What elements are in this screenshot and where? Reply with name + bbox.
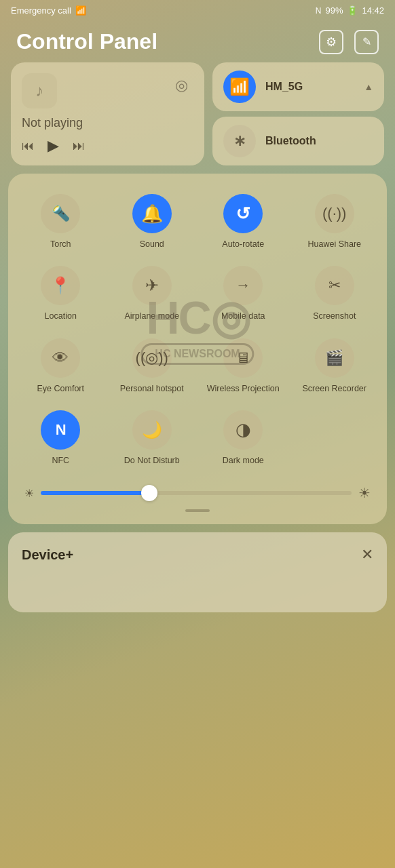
wifi-card[interactable]: 📶 HM_5G ▲ bbox=[212, 62, 384, 111]
bluetooth-icon: ∗ bbox=[233, 132, 246, 150]
torch-control[interactable]: 🔦 Torch bbox=[15, 187, 107, 256]
location-label: Location bbox=[45, 311, 77, 321]
nfc-control[interactable]: N NFC bbox=[15, 403, 107, 473]
location-icon: 📍 bbox=[50, 276, 71, 295]
bluetooth-icon-circle: ∗ bbox=[223, 125, 256, 157]
screen-recorder-label: Screen Recorder bbox=[303, 383, 367, 394]
mobile-data-icon: → bbox=[236, 277, 250, 294]
sound-icon-circle: 🔔 bbox=[132, 194, 172, 233]
brightness-thumb[interactable] bbox=[141, 485, 157, 501]
dnd-icon-circle: 🌙 bbox=[132, 410, 172, 450]
drag-bar bbox=[185, 509, 210, 512]
nfc-label: NFC bbox=[52, 455, 69, 466]
wifi-icon: 📶 bbox=[229, 77, 250, 96]
wifi-arrow-icon: ▲ bbox=[364, 81, 373, 92]
screenshot-icon: ✂ bbox=[328, 277, 341, 294]
huawei-share-label: Huawei Share bbox=[307, 239, 361, 250]
empty-slot bbox=[289, 403, 381, 473]
eye-comfort-control[interactable]: 👁 Eye Comfort bbox=[15, 332, 107, 401]
music-card-top: ♪ ◎ bbox=[22, 73, 193, 108]
screenshot-control[interactable]: ✂ Screenshot bbox=[289, 259, 381, 328]
top-cards-row: ♪ ◎ Not playing ⏮ ▶ ⏭ 📶 HM_5G ▲ ∗ Bl bbox=[0, 62, 395, 165]
screen-recorder-icon-circle: 🎬 bbox=[315, 338, 354, 378]
prev-button[interactable]: ⏮ bbox=[22, 139, 34, 153]
mobile-data-icon-circle: → bbox=[223, 266, 263, 305]
brightness-fill bbox=[41, 491, 149, 495]
music-wave-icon: ◎ bbox=[169, 73, 193, 98]
edit-icon: ✎ bbox=[362, 35, 371, 48]
brightness-min-icon: ☀ bbox=[24, 487, 34, 500]
page-title: Control Panel bbox=[16, 29, 157, 54]
screen-recorder-icon: 🎬 bbox=[325, 349, 343, 367]
wireless-projection-control[interactable]: 🖥 Wireless Projection bbox=[198, 332, 289, 401]
battery-text: 99% bbox=[325, 5, 343, 16]
airplane-mode-label: Airplane mode bbox=[124, 311, 179, 321]
dark-mode-icon: ◑ bbox=[236, 419, 251, 440]
dark-mode-icon-circle: ◑ bbox=[223, 410, 263, 450]
right-cards: 📶 HM_5G ▲ ∗ Bluetooth bbox=[212, 62, 384, 165]
nfc-icon-circle: N bbox=[41, 410, 80, 450]
mobile-data-label: Mobile data bbox=[221, 311, 265, 321]
controls-panel: 🔦 Torch 🔔 Sound ↻ Auto-rotate ((·)) Huaw… bbox=[8, 174, 387, 524]
wifi-name: HM_5G bbox=[265, 81, 354, 93]
wireless-projection-icon-circle: 🖥 bbox=[223, 338, 263, 378]
device-plus-content bbox=[22, 572, 373, 606]
play-button[interactable]: ▶ bbox=[48, 137, 59, 155]
wifi-icon-circle: 📶 bbox=[223, 71, 256, 103]
eye-comfort-icon-circle: 👁 bbox=[41, 338, 80, 378]
edit-button[interactable]: ✎ bbox=[354, 30, 379, 54]
torch-icon-circle: 🔦 bbox=[41, 194, 80, 233]
dnd-icon: 🌙 bbox=[142, 420, 162, 439]
device-plus-close-button[interactable]: ✕ bbox=[361, 546, 373, 564]
wireless-projection-icon: 🖥 bbox=[236, 349, 250, 367]
controls-grid: 🔦 Torch 🔔 Sound ↻ Auto-rotate ((·)) Huaw… bbox=[15, 187, 380, 473]
screenshot-label: Screenshot bbox=[313, 311, 356, 321]
airplane-mode-control[interactable]: ✈ Airplane mode bbox=[107, 259, 198, 328]
control-panel-header: Control Panel ⚙ ✎ bbox=[0, 18, 395, 62]
status-left: Emergency call 📶 bbox=[11, 5, 86, 16]
brightness-row: ☀ ☀ bbox=[15, 478, 380, 504]
dark-mode-label: Dark mode bbox=[223, 455, 264, 466]
huawei-share-icon-circle: ((·)) bbox=[315, 194, 354, 233]
music-status-text: Not playing bbox=[22, 116, 193, 130]
hotspot-icon-circle: ((◎)) bbox=[132, 338, 172, 378]
rotate-icon: ↻ bbox=[236, 203, 250, 224]
music-note-icon: ♪ bbox=[22, 73, 57, 108]
note-symbol: ♪ bbox=[35, 81, 43, 100]
battery-icon: 🔋 bbox=[347, 5, 358, 16]
drag-handle[interactable] bbox=[15, 504, 380, 513]
huawei-share-control[interactable]: ((·)) Huawei Share bbox=[289, 187, 381, 256]
sound-label: Sound bbox=[140, 239, 164, 250]
torch-label: Torch bbox=[50, 239, 71, 250]
auto-rotate-control[interactable]: ↻ Auto-rotate bbox=[198, 187, 289, 256]
nfc-icon: N bbox=[56, 421, 66, 439]
sound-control[interactable]: 🔔 Sound bbox=[107, 187, 198, 256]
settings-button[interactable]: ⚙ bbox=[319, 30, 343, 54]
wave-symbol: ◎ bbox=[175, 77, 188, 94]
screen-recorder-control[interactable]: 🎬 Screen Recorder bbox=[289, 332, 381, 401]
wireless-projection-label: Wireless Projection bbox=[207, 383, 280, 394]
mobile-data-control[interactable]: → Mobile data bbox=[198, 259, 289, 328]
screenshot-icon-circle: ✂ bbox=[315, 266, 354, 305]
do-not-disturb-control[interactable]: 🌙 Do Not Disturb bbox=[107, 403, 198, 473]
status-bar: Emergency call 📶 N 99% 🔋 14:42 bbox=[0, 0, 395, 18]
header-icons: ⚙ ✎ bbox=[319, 30, 379, 54]
auto-rotate-label: Auto-rotate bbox=[222, 239, 264, 250]
music-controls: ⏮ ▶ ⏭ bbox=[22, 137, 193, 155]
brightness-max-icon: ☀ bbox=[358, 485, 371, 501]
personal-hotspot-control[interactable]: ((◎)) Personal hotspot bbox=[107, 332, 198, 401]
brightness-track[interactable] bbox=[41, 491, 352, 495]
eye-comfort-label: Eye Comfort bbox=[37, 383, 84, 394]
next-button[interactable]: ⏭ bbox=[73, 139, 85, 153]
bluetooth-card[interactable]: ∗ Bluetooth bbox=[212, 117, 384, 165]
bluetooth-name: Bluetooth bbox=[265, 135, 316, 147]
music-card[interactable]: ♪ ◎ Not playing ⏮ ▶ ⏭ bbox=[11, 62, 204, 165]
dnd-label: Do Not Disturb bbox=[124, 455, 180, 466]
signal-icon: 📶 bbox=[75, 5, 86, 16]
dark-mode-control[interactable]: ◑ Dark mode bbox=[198, 403, 289, 473]
auto-rotate-icon-circle: ↻ bbox=[223, 194, 263, 233]
emergency-call-text: Emergency call bbox=[11, 5, 71, 16]
location-control[interactable]: 📍 Location bbox=[15, 259, 107, 328]
time-text: 14:42 bbox=[362, 5, 384, 16]
personal-hotspot-label: Personal hotspot bbox=[120, 383, 184, 394]
